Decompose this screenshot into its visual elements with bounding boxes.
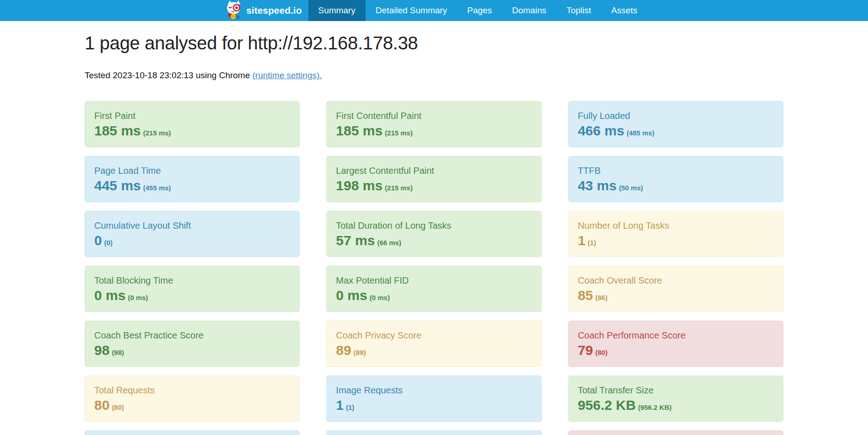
tested-info: Tested 2023-10-18 23:02:13 using Chrome … bbox=[85, 70, 783, 81]
metric-value: 89 bbox=[336, 343, 351, 358]
metric-subvalue: (66 ms) bbox=[377, 239, 401, 247]
metric-subvalue: (1) bbox=[588, 239, 596, 247]
metric-value: 1 bbox=[578, 233, 586, 248]
metric-value: 956.2 KB bbox=[578, 397, 636, 413]
nav-item-summary[interactable]: Summary bbox=[308, 0, 366, 21]
brand-label: sitespeed.io bbox=[246, 5, 302, 16]
metric-value-row: 185 ms(215 ms) bbox=[336, 123, 532, 139]
tested-text: Tested 2023-10-18 23:02:13 using Chrome bbox=[85, 70, 253, 80]
metric-label: Coach Best Practice Score bbox=[94, 330, 290, 341]
metric-subvalue: (50 ms) bbox=[619, 184, 643, 192]
metric-value-row: 956.2 KB(956.2 KB) bbox=[578, 397, 774, 413]
metric-value-row: 0 ms(0 ms) bbox=[336, 288, 532, 303]
metric-card-number-of-long-tasks: Number of Long Tasks 1(1) bbox=[568, 211, 783, 257]
metric-card-coach-best-practice-score: Coach Best Practice Score 98(98) bbox=[85, 321, 300, 367]
metric-card-partial-2 bbox=[326, 430, 541, 435]
metric-label: Coach Privacy Score bbox=[336, 330, 532, 341]
metric-label: Largest Contentful Paint bbox=[336, 165, 532, 176]
metric-card-total-requests: Total Requests 80(80) bbox=[85, 376, 300, 422]
metric-value-row: 0 ms(0 ms) bbox=[94, 288, 290, 303]
metric-subvalue: (0) bbox=[104, 239, 113, 247]
metric-value: 445 ms bbox=[94, 178, 141, 193]
metric-label: Total Duration of Long Tasks bbox=[336, 220, 532, 231]
metric-subvalue: (485 ms) bbox=[626, 129, 654, 137]
metric-label: TTFB bbox=[578, 165, 774, 176]
brand-link[interactable]: sitespeed.io bbox=[221, 0, 308, 21]
navbar-items: Summary Detailed Summary Pages Domains T… bbox=[308, 0, 647, 21]
metric-value: 0 ms bbox=[336, 288, 367, 303]
nav-item-toplist[interactable]: Toplist bbox=[556, 0, 601, 21]
metric-label: Number of Long Tasks bbox=[578, 220, 774, 231]
metric-subvalue: (89) bbox=[354, 349, 366, 356]
metric-value: 185 ms bbox=[94, 123, 141, 138]
metric-card-coach-performance-score: Coach Performance Score 79(80) bbox=[568, 321, 783, 367]
metric-subvalue: (80) bbox=[112, 403, 124, 411]
metric-subvalue: (455 ms) bbox=[143, 184, 171, 192]
metric-card-max-potential-fid: Max Potential FID 0 ms(0 ms) bbox=[326, 266, 541, 312]
metric-value-row: 80(80) bbox=[94, 397, 290, 413]
metric-value-row: 0(0) bbox=[94, 233, 290, 248]
nav-item-pages[interactable]: Pages bbox=[457, 0, 502, 21]
metric-value-row: 185 ms(215 ms) bbox=[94, 123, 290, 139]
metric-value: 80 bbox=[94, 397, 109, 413]
metric-value: 198 ms bbox=[336, 178, 383, 193]
metric-subvalue: (215 ms) bbox=[385, 184, 413, 192]
metric-value: 0 ms bbox=[94, 288, 125, 303]
metric-value-row: 1(1) bbox=[578, 233, 774, 248]
metric-card-total-blocking-time: Total Blocking Time 0 ms(0 ms) bbox=[85, 266, 300, 312]
metric-label: First Paint bbox=[94, 110, 290, 121]
runtime-settings-link[interactable]: (runtime settings). bbox=[253, 70, 322, 80]
metric-label: Total Transfer Size bbox=[578, 385, 774, 396]
metric-subvalue: (1) bbox=[346, 403, 354, 411]
metric-card-total-transfer-size: Total Transfer Size 956.2 KB(956.2 KB) bbox=[568, 376, 783, 422]
metric-subvalue: (86) bbox=[595, 294, 608, 301]
metric-card-total-duration-of-long-tasks: Total Duration of Long Tasks 57 ms(66 ms… bbox=[326, 211, 541, 257]
metrics-grid: First Paint 185 ms(215 ms) First Content… bbox=[85, 101, 783, 435]
metric-value-row: 1(1) bbox=[336, 397, 532, 413]
metric-value: 79 bbox=[578, 343, 593, 358]
metric-label: Max Potential FID bbox=[336, 275, 532, 286]
metric-subvalue: (80) bbox=[595, 349, 608, 356]
nav-item-detailed-summary[interactable]: Detailed Summary bbox=[366, 0, 457, 21]
metric-card-first-contentful-paint: First Contentful Paint 185 ms(215 ms) bbox=[326, 101, 541, 147]
metric-value-row: 198 ms(215 ms) bbox=[336, 178, 532, 193]
metric-subvalue: (98) bbox=[112, 349, 124, 356]
metric-card-cumulative-layout-shift: Cumulative Layout Shift 0(0) bbox=[85, 211, 300, 257]
metric-value: 1 bbox=[336, 397, 344, 413]
metric-card-image-requests: Image Requests 1(1) bbox=[326, 376, 541, 422]
metric-value: 185 ms bbox=[336, 123, 383, 138]
metric-label: Fully Loaded bbox=[578, 110, 774, 121]
metric-label: Coach Overall Score bbox=[578, 275, 774, 286]
metric-value-row: 57 ms(66 ms) bbox=[336, 233, 532, 248]
sitespeed-logo-icon bbox=[225, 0, 242, 21]
metric-card-first-paint: First Paint 185 ms(215 ms) bbox=[85, 101, 300, 147]
metric-card-coach-privacy-score: Coach Privacy Score 89(89) bbox=[326, 321, 541, 367]
metric-value-row: 98(98) bbox=[94, 343, 290, 358]
metric-value-row: 79(80) bbox=[578, 343, 774, 358]
metric-subvalue: (215 ms) bbox=[385, 129, 413, 137]
metric-card-largest-contentful-paint: Largest Contentful Paint 198 ms(215 ms) bbox=[326, 156, 541, 202]
metric-value: 85 bbox=[578, 288, 593, 303]
metric-value: 0 bbox=[94, 233, 102, 248]
metric-value-row: 85(86) bbox=[578, 288, 774, 303]
metric-label: Cumulative Layout Shift bbox=[94, 220, 290, 231]
metric-subvalue: (0 ms) bbox=[128, 294, 148, 301]
metric-value: 466 ms bbox=[578, 123, 625, 138]
nav-item-assets[interactable]: Assets bbox=[601, 0, 647, 21]
metric-subvalue: (956.2 KB) bbox=[638, 403, 671, 411]
metric-card-ttfb: TTFB 43 ms(50 ms) bbox=[568, 156, 783, 202]
metric-subvalue: (215 ms) bbox=[143, 129, 171, 137]
metric-value-row: 445 ms(455 ms) bbox=[94, 178, 290, 193]
nav-item-domains[interactable]: Domains bbox=[502, 0, 556, 21]
metric-card-coach-overall-score: Coach Overall Score 85(86) bbox=[568, 266, 783, 312]
metric-card-fully-loaded: Fully Loaded 466 ms(485 ms) bbox=[568, 101, 783, 147]
summary-page: 1 page analysed for http://192.168.178.3… bbox=[85, 21, 783, 435]
metric-label: Image Requests bbox=[336, 385, 532, 396]
metric-label: Page Load Time bbox=[94, 165, 290, 176]
metric-label: Total Requests bbox=[94, 385, 290, 396]
metric-value: 57 ms bbox=[336, 233, 375, 248]
metric-value: 98 bbox=[94, 343, 109, 358]
metric-value-row: 43 ms(50 ms) bbox=[578, 178, 774, 193]
top-navbar: sitespeed.io Summary Detailed Summary Pa… bbox=[0, 0, 868, 21]
metric-subvalue: (0 ms) bbox=[370, 294, 390, 301]
